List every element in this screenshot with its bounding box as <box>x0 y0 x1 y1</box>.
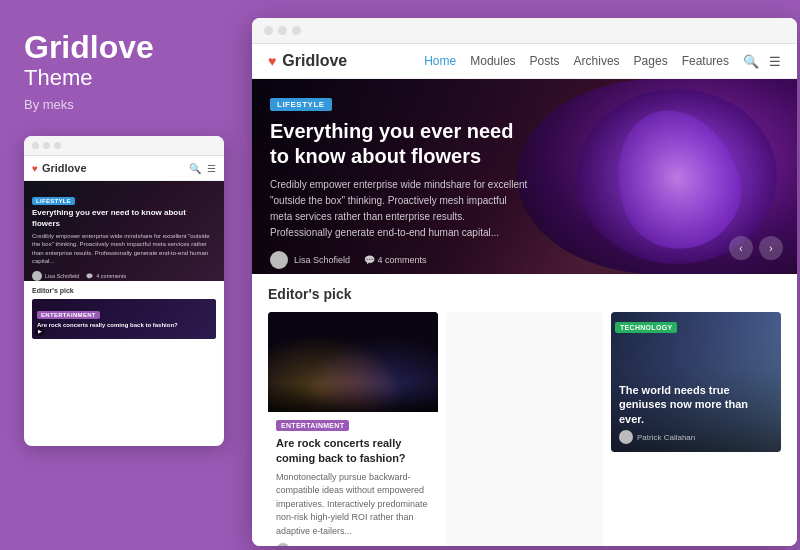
editors-grid: ENTERTAINMENT Are rock concerts really c… <box>268 312 781 546</box>
editors-pick-title: Editor's pick <box>268 286 781 302</box>
mini-ep-card-content: ENTERTAINMENT Are rock concerts really c… <box>32 299 216 334</box>
mini-ep-tag: ENTERTAINMENT <box>37 311 100 319</box>
main-menu-icon[interactable]: ☰ <box>769 54 781 69</box>
ep-card-concert-image <box>268 312 438 412</box>
main-search-icon[interactable]: 🔍 <box>743 54 759 69</box>
ep-author-row: Patricia Callahan 36,634 views <box>276 543 430 546</box>
ep-card-concert-desc: Monotonectally pursue backward-compatibl… <box>276 471 430 539</box>
mini-hero: LIFESTYLE Everything you ever need to kn… <box>24 181 224 281</box>
prev-arrow[interactable]: ‹ <box>729 236 753 260</box>
ep-card-concert-title: Are rock concerts really coming back to … <box>276 436 430 466</box>
main-hero-tag: LIFESTYLE <box>270 98 332 111</box>
mini-nav-icons: 🔍 ☰ <box>189 163 216 174</box>
ep-einstein-avatar <box>619 430 633 444</box>
ep-einstein-author-row: Patrick Callahan <box>619 430 773 444</box>
main-hero: LIFESTYLE Everything you ever need to kn… <box>252 79 797 274</box>
ep-card-einstein-content: The world needs true geniuses now more t… <box>619 383 773 444</box>
main-browser: ♥ Gridlove Home Modules Posts Archives P… <box>252 18 797 546</box>
dot-yellow <box>43 142 50 149</box>
mini-hero-content: LIFESTYLE Everything you ever need to kn… <box>24 181 224 281</box>
mini-hero-tag: LIFESTYLE <box>32 197 75 205</box>
mini-author-name: Lisa Schofield <box>45 273 79 279</box>
mini-logo-text: Gridlove <box>42 162 87 174</box>
nav-link-pages[interactable]: Pages <box>634 54 668 68</box>
mini-ep-card: ENTERTAINMENT Are rock concerts really c… <box>32 299 216 339</box>
main-nav-icons: 🔍 ☰ <box>743 54 781 69</box>
main-nav-logo: ♥ Gridlove <box>268 52 347 70</box>
main-author-name: Lisa Schofield <box>294 255 350 265</box>
ep-tag-technology: TECHNOLOGY <box>615 322 677 333</box>
main-dot-3 <box>292 26 301 35</box>
mini-hero-author-row: Lisa Schofield 💬 4 comments <box>32 271 216 281</box>
main-hero-title: Everything you ever need to know about f… <box>270 119 530 169</box>
nav-link-home[interactable]: Home <box>424 54 456 68</box>
left-panel: Gridlove Theme By meks ♥ Gridlove 🔍 ☰ LI… <box>0 0 248 550</box>
main-nav-heart-icon: ♥ <box>268 53 276 69</box>
main-hero-desc: Credibly empower enterprise wide mindsha… <box>270 177 530 241</box>
mini-logo: ♥ Gridlove <box>32 162 87 174</box>
mini-search-icon: 🔍 <box>189 163 201 174</box>
ep-card-concert-content: ENTERTAINMENT Are rock concerts really c… <box>268 412 438 546</box>
mini-hero-title: Everything you ever need to know about f… <box>32 208 216 229</box>
dot-green <box>54 142 61 149</box>
brand-subtitle: Theme <box>24 65 224 91</box>
ep-card-einstein: TECHNOLOGY The world needs true geniuses… <box>611 312 781 452</box>
mini-menu-icon: ☰ <box>207 163 216 174</box>
main-browser-bar <box>252 18 797 44</box>
editors-pick-section: Editor's pick ENTERTAINMENT Are rock con… <box>252 274 797 546</box>
ep-tag-row: ENTERTAINMENT <box>276 420 430 431</box>
main-dot-2 <box>278 26 287 35</box>
ep-tag-entertainment: ENTERTAINMENT <box>276 420 349 431</box>
mini-editors-pick: Editor's pick ENTERTAINMENT Are rock con… <box>24 281 224 349</box>
main-avatar <box>270 251 288 269</box>
ep-card-concert: ENTERTAINMENT Are rock concerts really c… <box>268 312 438 546</box>
main-nav: ♥ Gridlove Home Modules Posts Archives P… <box>252 44 797 79</box>
main-nav-logo-text: Gridlove <box>282 52 347 70</box>
nav-link-features[interactable]: Features <box>682 54 729 68</box>
main-hero-author-row: Lisa Schofield 💬 4 comments <box>270 251 530 269</box>
concert-fade <box>268 382 438 412</box>
brand-name: Gridlove <box>24 30 224 65</box>
main-dot-1 <box>264 26 273 35</box>
dot-red <box>32 142 39 149</box>
ep-middle-space <box>446 312 603 546</box>
mini-comments-count: 4 comments <box>96 273 126 279</box>
mini-heart-icon: ♥ <box>32 163 38 174</box>
mini-ep-title: Editor's pick <box>32 287 216 294</box>
mini-avatar <box>32 271 42 281</box>
nav-link-posts[interactable]: Posts <box>530 54 560 68</box>
ep-einstein-author: Patrick Callahan <box>637 433 695 442</box>
mini-comments: 💬 <box>86 273 93 279</box>
nav-link-modules[interactable]: Modules <box>470 54 515 68</box>
mini-browser-mockup: ♥ Gridlove 🔍 ☰ LIFESTYLE Everything you … <box>24 136 224 446</box>
main-hero-content: LIFESTYLE Everything you ever need to kn… <box>270 93 530 269</box>
mini-hero-desc: Credibly empower enterprise wide mindsha… <box>32 232 216 266</box>
ep-card-einstein-title: The world needs true geniuses now more t… <box>619 383 773 426</box>
mini-ep-card-title: Are rock concerts really coming back to … <box>37 322 211 330</box>
ep-einstein-tag-row: TECHNOLOGY <box>615 316 677 334</box>
brand-by: By meks <box>24 97 224 112</box>
main-hero-comments: 💬 4 comments <box>364 255 427 265</box>
mini-browser-bar <box>24 136 224 156</box>
main-nav-links[interactable]: Home Modules Posts Archives Pages Featur… <box>424 54 729 68</box>
hero-navigation-arrows: ‹ › <box>729 236 783 260</box>
ep-avatar <box>276 543 290 546</box>
next-arrow[interactable]: › <box>759 236 783 260</box>
mini-nav: ♥ Gridlove 🔍 ☰ <box>24 156 224 181</box>
nav-link-archives[interactable]: Archives <box>574 54 620 68</box>
